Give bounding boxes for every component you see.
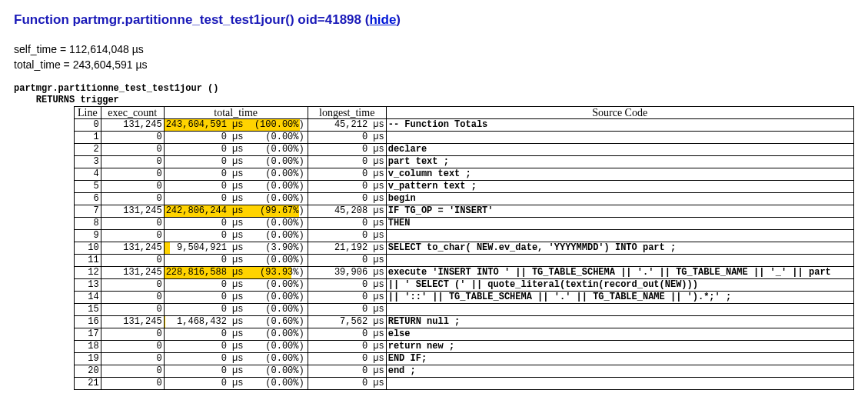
- cell-source-code: end ;: [386, 365, 853, 378]
- cell-total-time: 0 µs (0.00%): [164, 218, 308, 230]
- table-row: 16131,245 1,468,432 µs (0.60%)7,562 µs R…: [75, 316, 854, 328]
- cell-longest-time: 0 µs: [308, 292, 386, 304]
- cell-longest-time: 0 µs: [308, 328, 386, 341]
- table-row: 40 0 µs (0.00%)0 µs v_column text ;: [75, 168, 854, 181]
- cell-total-time: 0 µs (0.00%): [164, 292, 308, 304]
- cell-total-time-text: 0 µs (0.00%): [166, 218, 306, 229]
- cell-exec-count: 0: [101, 292, 164, 304]
- cell-total-time-text: 0 µs (0.00%): [166, 365, 306, 377]
- cell-longest-time: 7,562 µs: [308, 316, 386, 328]
- cell-longest-time: 0 µs: [308, 132, 386, 144]
- cell-line: 20: [75, 365, 101, 378]
- cell-total-time: 243,604,591 µs (100.00%): [164, 119, 308, 132]
- total-time-bar: [165, 316, 165, 328]
- cell-total-time-text: 0 µs (0.00%): [166, 132, 306, 143]
- table-row: 150 0 µs (0.00%)0 µs: [75, 304, 854, 316]
- col-header-total-time: total_time: [164, 107, 308, 119]
- cell-source-code: RETURN null ;: [386, 316, 853, 328]
- cell-exec-count: 0: [101, 193, 164, 205]
- table-row: 0131,245243,604,591 µs (100.00%)45,212 µ…: [75, 119, 854, 132]
- cell-source-code: [386, 132, 853, 144]
- cell-longest-time: 0 µs: [308, 304, 386, 316]
- cell-line: 21: [75, 378, 101, 390]
- table-row: 130 0 µs (0.00%)0 µs || ' SELECT (' || q…: [75, 279, 854, 292]
- cell-source-code: [386, 304, 853, 316]
- cell-longest-time: 0 µs: [308, 255, 386, 267]
- profiler-table: Line exec_count total_time longest_time …: [74, 106, 854, 390]
- cell-source-code: part text ;: [386, 156, 853, 168]
- cell-source-code: IF TG_OP = 'INSERT': [386, 205, 853, 218]
- cell-longest-time: 0 µs: [308, 341, 386, 353]
- cell-source-code: || '::' || TG_TABLE_SCHEMA || '.' || TG_…: [386, 292, 853, 304]
- cell-total-time: 0 µs (0.00%): [164, 144, 308, 156]
- cell-total-time: 1,468,432 µs (0.60%): [164, 316, 308, 328]
- cell-source-code: [386, 255, 853, 267]
- cell-exec-count: 0: [101, 144, 164, 156]
- cell-line: 7: [75, 205, 101, 218]
- cell-source-code: v_pattern text ;: [386, 181, 853, 193]
- table-row: 180 0 µs (0.00%)0 µs return new ;: [75, 341, 854, 353]
- cell-longest-time: 0 µs: [308, 279, 386, 292]
- cell-longest-time: 0 µs: [308, 353, 386, 365]
- table-row: 170 0 µs (0.00%)0 µs else: [75, 328, 854, 341]
- cell-total-time-text: 1,468,432 µs (0.60%): [166, 316, 306, 328]
- cell-longest-time: 21,192 µs: [308, 242, 386, 255]
- cell-exec-count: 0: [101, 255, 164, 267]
- cell-total-time: 0 µs (0.00%): [164, 353, 308, 365]
- cell-line: 1: [75, 132, 101, 144]
- cell-total-time-text: 0 µs (0.00%): [166, 292, 306, 303]
- cell-exec-count: 0: [101, 279, 164, 292]
- cell-exec-count: 0: [101, 156, 164, 168]
- cell-exec-count: 0: [101, 230, 164, 242]
- cell-longest-time: 0 µs: [308, 144, 386, 156]
- cell-total-time: 0 µs (0.00%): [164, 156, 308, 168]
- cell-source-code: SELECT to_char( NEW.ev_date, 'YYYYMMDD')…: [386, 242, 853, 255]
- cell-total-time: 9,504,921 µs (3.90%): [164, 242, 308, 255]
- cell-total-time: 0 µs (0.00%): [164, 304, 308, 316]
- table-row: 140 0 µs (0.00%)0 µs || '::' || TG_TABLE…: [75, 292, 854, 304]
- cell-total-time: 0 µs (0.00%): [164, 279, 308, 292]
- table-row: 90 0 µs (0.00%)0 µs: [75, 230, 854, 242]
- cell-longest-time: 0 µs: [308, 193, 386, 205]
- cell-total-time: 0 µs (0.00%): [164, 230, 308, 242]
- cell-exec-count: 0: [101, 353, 164, 365]
- table-row: 210 0 µs (0.00%)0 µs: [75, 378, 854, 390]
- table-row: 12131,245228,816,588 µs (93.93%)39,906 µ…: [75, 267, 854, 279]
- cell-longest-time: 0 µs: [308, 168, 386, 181]
- table-row: 20 0 µs (0.00%)0 µs declare: [75, 144, 854, 156]
- cell-line: 3: [75, 156, 101, 168]
- cell-source-code: [386, 378, 853, 390]
- table-header-row: Line exec_count total_time longest_time …: [75, 107, 854, 119]
- cell-line: 10: [75, 242, 101, 255]
- cell-source-code: else: [386, 328, 853, 341]
- cell-total-time: 0 µs (0.00%): [164, 378, 308, 390]
- col-header-source-code: Source Code: [386, 107, 853, 119]
- cell-total-time: 242,806,244 µs (99.67%): [164, 205, 308, 218]
- cell-exec-count: 0: [101, 328, 164, 341]
- cell-exec-count: 131,245: [101, 267, 164, 279]
- cell-longest-time: 45,208 µs: [308, 205, 386, 218]
- col-header-longest-time: longest_time: [308, 107, 386, 119]
- cell-source-code: || ' SELECT (' || quote_literal(textin(r…: [386, 279, 853, 292]
- col-header-exec-count: exec_count: [101, 107, 164, 119]
- cell-total-time-text: 0 µs (0.00%): [166, 156, 306, 168]
- cell-line: 0: [75, 119, 101, 132]
- total-time-line: total_time = 243,604,591 µs: [14, 58, 854, 71]
- cell-source-code: execute 'INSERT INTO ' || TG_TABLE_SCHEM…: [386, 267, 853, 279]
- table-row: 200 0 µs (0.00%)0 µs end ;: [75, 365, 854, 378]
- cell-exec-count: 131,245: [101, 316, 164, 328]
- cell-total-time-text: 242,806,244 µs (99.67%): [166, 205, 306, 217]
- cell-source-code: [386, 230, 853, 242]
- cell-source-code: declare: [386, 144, 853, 156]
- table-row: 7131,245242,806,244 µs (99.67%)45,208 µs…: [75, 205, 854, 218]
- cell-longest-time: 45,212 µs: [308, 119, 386, 132]
- cell-line: 5: [75, 181, 101, 193]
- cell-line: 13: [75, 279, 101, 292]
- cell-total-time-text: 0 µs (0.00%): [166, 304, 306, 315]
- cell-total-time-text: 0 µs (0.00%): [166, 168, 306, 180]
- table-row: 190 0 µs (0.00%)0 µs END IF;: [75, 353, 854, 365]
- cell-total-time-text: 0 µs (0.00%): [166, 341, 306, 352]
- table-row: 10 0 µs (0.00%)0 µs: [75, 132, 854, 144]
- hide-link[interactable]: hide: [369, 12, 396, 27]
- cell-exec-count: 0: [101, 181, 164, 193]
